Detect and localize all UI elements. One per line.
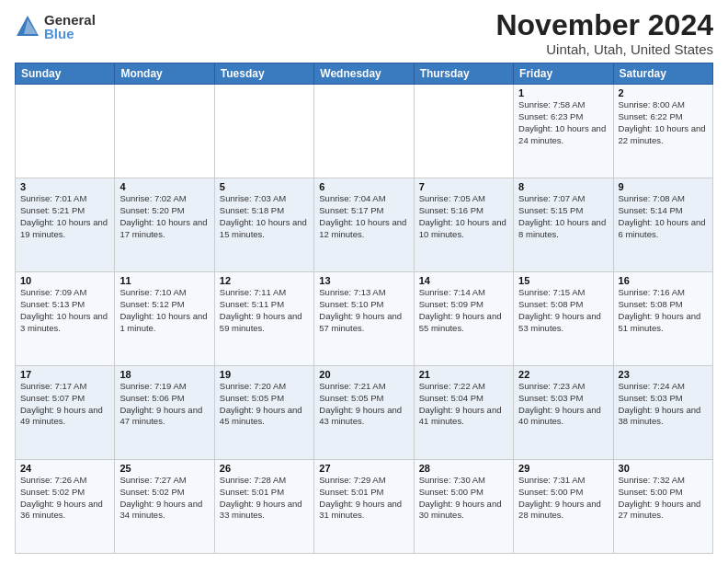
day-number: 13 (319, 275, 408, 286)
day-info: Sunrise: 7:23 AM Sunset: 5:03 PM Dayligh… (518, 381, 608, 428)
day-number: 28 (419, 463, 508, 474)
calendar-cell: 15Sunrise: 7:15 AM Sunset: 5:08 PM Dayli… (514, 272, 613, 366)
calendar-cell: 8Sunrise: 7:07 AM Sunset: 5:15 PM Daylig… (514, 178, 613, 272)
day-info: Sunrise: 7:31 AM Sunset: 5:00 PM Dayligh… (518, 475, 608, 522)
day-number: 10 (20, 275, 109, 286)
calendar-cell: 23Sunrise: 7:24 AM Sunset: 5:03 PM Dayli… (613, 366, 712, 460)
day-info: Sunrise: 7:21 AM Sunset: 5:05 PM Dayligh… (319, 381, 408, 428)
day-info: Sunrise: 7:30 AM Sunset: 5:00 PM Dayligh… (419, 475, 508, 522)
day-info: Sunrise: 7:29 AM Sunset: 5:01 PM Dayligh… (319, 475, 408, 522)
calendar-cell: 30Sunrise: 7:32 AM Sunset: 5:00 PM Dayli… (613, 460, 712, 554)
day-number: 22 (518, 369, 608, 380)
weekday-header-tuesday: Tuesday (214, 63, 313, 85)
day-info: Sunrise: 7:17 AM Sunset: 5:07 PM Dayligh… (20, 381, 109, 428)
page: General Blue November 2024 Uintah, Utah,… (0, 0, 728, 563)
calendar-cell: 6Sunrise: 7:04 AM Sunset: 5:17 PM Daylig… (314, 178, 414, 272)
calendar-week-2: 10Sunrise: 7:09 AM Sunset: 5:13 PM Dayli… (16, 272, 713, 366)
header: General Blue November 2024 Uintah, Utah,… (15, 9, 713, 57)
day-number: 29 (518, 463, 608, 474)
day-number: 19 (220, 369, 309, 380)
calendar-cell: 2Sunrise: 8:00 AM Sunset: 6:22 PM Daylig… (613, 85, 712, 178)
day-info: Sunrise: 7:13 AM Sunset: 5:10 PM Dayligh… (319, 287, 408, 334)
calendar-cell: 5Sunrise: 7:03 AM Sunset: 5:18 PM Daylig… (214, 178, 313, 272)
calendar-cell: 26Sunrise: 7:28 AM Sunset: 5:01 PM Dayli… (214, 460, 313, 554)
day-number: 16 (619, 275, 708, 286)
calendar-cell: 11Sunrise: 7:10 AM Sunset: 5:12 PM Dayli… (115, 272, 214, 366)
day-number: 30 (619, 463, 708, 474)
logo-icon (15, 14, 40, 40)
calendar-body: 1Sunrise: 7:58 AM Sunset: 6:23 PM Daylig… (16, 85, 713, 554)
day-info: Sunrise: 7:08 AM Sunset: 5:14 PM Dayligh… (619, 193, 708, 240)
day-number: 7 (419, 181, 508, 192)
calendar-cell: 29Sunrise: 7:31 AM Sunset: 5:00 PM Dayli… (514, 460, 613, 554)
day-info: Sunrise: 7:07 AM Sunset: 5:15 PM Dayligh… (518, 193, 608, 240)
calendar-cell: 21Sunrise: 7:22 AM Sunset: 5:04 PM Dayli… (414, 366, 513, 460)
day-number: 11 (119, 275, 209, 286)
day-number: 5 (220, 181, 309, 192)
calendar-cell: 7Sunrise: 7:05 AM Sunset: 5:16 PM Daylig… (414, 178, 513, 272)
day-number: 15 (518, 275, 608, 286)
calendar-cell (115, 85, 214, 178)
calendar-cell: 10Sunrise: 7:09 AM Sunset: 5:13 PM Dayli… (16, 272, 115, 366)
logo-text: General Blue (44, 13, 96, 40)
calendar: SundayMondayTuesdayWednesdayThursdayFrid… (15, 63, 713, 554)
calendar-cell (414, 85, 513, 178)
weekday-header-monday: Monday (115, 63, 214, 85)
day-number: 25 (119, 463, 209, 474)
day-info: Sunrise: 7:16 AM Sunset: 5:08 PM Dayligh… (619, 287, 708, 334)
day-info: Sunrise: 7:02 AM Sunset: 5:20 PM Dayligh… (119, 193, 209, 240)
day-number: 14 (419, 275, 508, 286)
day-number: 6 (319, 181, 408, 192)
day-number: 20 (319, 369, 408, 380)
day-info: Sunrise: 7:14 AM Sunset: 5:09 PM Dayligh… (419, 287, 508, 334)
day-number: 2 (619, 87, 708, 98)
calendar-cell: 3Sunrise: 7:01 AM Sunset: 5:21 PM Daylig… (16, 178, 115, 272)
weekday-header-sunday: Sunday (16, 63, 115, 85)
day-number: 1 (518, 87, 608, 98)
day-number: 4 (119, 181, 209, 192)
logo: General Blue (15, 13, 96, 40)
day-number: 8 (518, 181, 608, 192)
day-info: Sunrise: 7:24 AM Sunset: 5:03 PM Dayligh… (619, 381, 708, 428)
day-info: Sunrise: 7:20 AM Sunset: 5:05 PM Dayligh… (220, 381, 309, 428)
calendar-week-1: 3Sunrise: 7:01 AM Sunset: 5:21 PM Daylig… (16, 178, 713, 272)
day-number: 23 (619, 369, 708, 380)
calendar-cell: 28Sunrise: 7:30 AM Sunset: 5:00 PM Dayli… (414, 460, 513, 554)
calendar-cell: 17Sunrise: 7:17 AM Sunset: 5:07 PM Dayli… (16, 366, 115, 460)
calendar-cell: 14Sunrise: 7:14 AM Sunset: 5:09 PM Dayli… (414, 272, 513, 366)
day-number: 3 (20, 181, 109, 192)
calendar-week-0: 1Sunrise: 7:58 AM Sunset: 6:23 PM Daylig… (16, 85, 713, 178)
day-info: Sunrise: 7:09 AM Sunset: 5:13 PM Dayligh… (20, 287, 109, 334)
weekday-header-wednesday: Wednesday (314, 63, 414, 85)
logo-general: General (44, 13, 96, 27)
calendar-cell: 12Sunrise: 7:11 AM Sunset: 5:11 PM Dayli… (214, 272, 313, 366)
day-info: Sunrise: 7:58 AM Sunset: 6:23 PM Dayligh… (518, 99, 608, 146)
calendar-cell: 27Sunrise: 7:29 AM Sunset: 5:01 PM Dayli… (314, 460, 414, 554)
day-info: Sunrise: 7:04 AM Sunset: 5:17 PM Dayligh… (319, 193, 408, 240)
month-title: November 2024 (495, 9, 713, 41)
calendar-cell: 25Sunrise: 7:27 AM Sunset: 5:02 PM Dayli… (115, 460, 214, 554)
weekday-row: SundayMondayTuesdayWednesdayThursdayFrid… (16, 63, 713, 85)
calendar-cell: 22Sunrise: 7:23 AM Sunset: 5:03 PM Dayli… (514, 366, 613, 460)
day-info: Sunrise: 7:28 AM Sunset: 5:01 PM Dayligh… (220, 475, 309, 522)
calendar-cell: 16Sunrise: 7:16 AM Sunset: 5:08 PM Dayli… (613, 272, 712, 366)
day-info: Sunrise: 7:15 AM Sunset: 5:08 PM Dayligh… (518, 287, 608, 334)
day-info: Sunrise: 7:27 AM Sunset: 5:02 PM Dayligh… (119, 475, 209, 522)
day-number: 24 (20, 463, 109, 474)
title-block: November 2024 Uintah, Utah, United State… (495, 9, 713, 57)
logo-blue: Blue (44, 27, 96, 40)
calendar-week-3: 17Sunrise: 7:17 AM Sunset: 5:07 PM Dayli… (16, 366, 713, 460)
day-number: 27 (319, 463, 408, 474)
calendar-header: SundayMondayTuesdayWednesdayThursdayFrid… (16, 63, 713, 85)
weekday-header-friday: Friday (514, 63, 613, 85)
weekday-header-thursday: Thursday (414, 63, 513, 85)
day-number: 17 (20, 369, 109, 380)
calendar-cell: 24Sunrise: 7:26 AM Sunset: 5:02 PM Dayli… (16, 460, 115, 554)
day-info: Sunrise: 7:01 AM Sunset: 5:21 PM Dayligh… (20, 193, 109, 240)
calendar-cell (314, 85, 414, 178)
day-info: Sunrise: 7:10 AM Sunset: 5:12 PM Dayligh… (119, 287, 209, 334)
calendar-cell: 4Sunrise: 7:02 AM Sunset: 5:20 PM Daylig… (115, 178, 214, 272)
day-info: Sunrise: 7:22 AM Sunset: 5:04 PM Dayligh… (419, 381, 508, 428)
calendar-cell: 18Sunrise: 7:19 AM Sunset: 5:06 PM Dayli… (115, 366, 214, 460)
calendar-week-4: 24Sunrise: 7:26 AM Sunset: 5:02 PM Dayli… (16, 460, 713, 554)
